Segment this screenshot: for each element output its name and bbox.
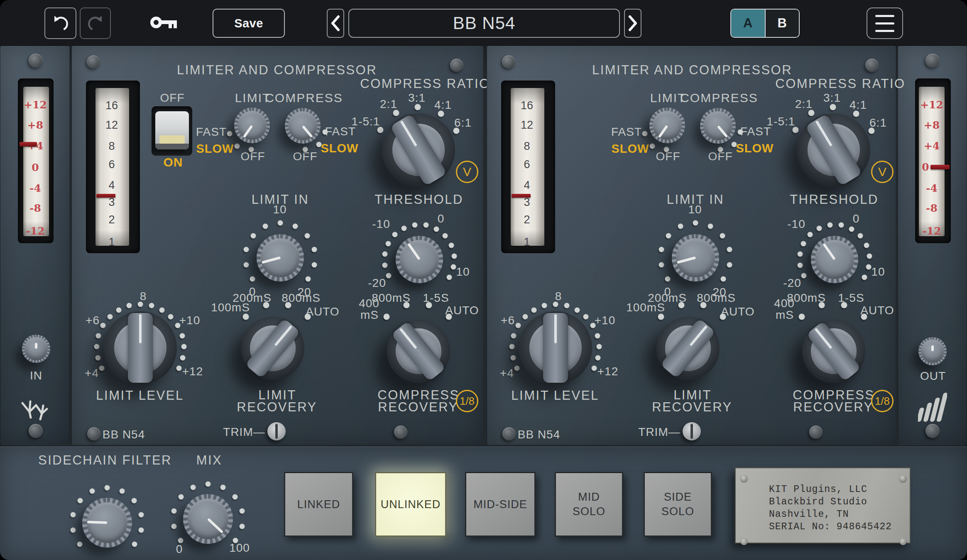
undo-icon xyxy=(51,14,70,32)
hamburger-icon xyxy=(875,15,894,32)
scale-dot xyxy=(316,142,322,147)
scale-dot xyxy=(827,222,832,227)
limit-level-knob[interactable] xyxy=(104,311,177,384)
preset-next-button[interactable] xyxy=(624,9,641,38)
preset-selector[interactable]: BB N54 xyxy=(348,9,620,38)
mid-solo-button-label-1: MID xyxy=(578,491,600,504)
threshold-knob-face xyxy=(400,240,439,279)
scale-dot xyxy=(596,344,602,350)
limit-mode-knob[interactable] xyxy=(649,108,685,143)
license-key-button[interactable] xyxy=(149,12,179,32)
limit-fast-label: FAST xyxy=(611,125,642,139)
limit-level-p6-label: +6 xyxy=(86,314,100,327)
compress-recovery-knob[interactable] xyxy=(387,320,450,383)
panel-screw xyxy=(29,424,43,438)
input-gain-knob[interactable] xyxy=(22,335,50,363)
scale-dot xyxy=(285,302,291,308)
chevron-right-icon xyxy=(627,15,638,32)
v-badge[interactable]: V xyxy=(871,161,894,183)
compress-mode-knob[interactable] xyxy=(700,108,736,144)
limit-mode-knob[interactable] xyxy=(234,108,270,143)
output-gain-knob[interactable] xyxy=(918,337,947,365)
right-io-strip: +12 +8 +4 0 -4 -8 -12 OUT xyxy=(898,46,967,445)
limit-level-knob-handle xyxy=(519,311,592,384)
plate-screw xyxy=(741,475,748,482)
scale-dot xyxy=(700,302,707,308)
vu-scale-m8: -8 xyxy=(926,202,938,214)
limit-recovery-knob-handle xyxy=(228,304,317,393)
threshold-knob[interactable] xyxy=(396,236,443,283)
power-switch-edge xyxy=(155,144,189,149)
gr-scale-2: 2 xyxy=(524,213,530,226)
limit-level-p10-label: +10 xyxy=(595,314,616,327)
scale-dot xyxy=(721,276,726,281)
vu-scale-p12: +12 xyxy=(24,99,47,111)
vu-scale-m8: -8 xyxy=(29,202,41,214)
scale-dot xyxy=(404,302,410,308)
limit-fast-label: FAST xyxy=(196,125,227,139)
side-solo-button[interactable]: SIDE SOLO xyxy=(644,472,712,537)
power-switch[interactable] xyxy=(155,111,189,149)
limit-level-p12-label: +12 xyxy=(597,365,619,378)
compress-mode-knob[interactable] xyxy=(285,108,321,144)
trim-screw[interactable] xyxy=(267,422,286,440)
panel-screw xyxy=(925,54,940,68)
undo-button[interactable] xyxy=(44,7,76,39)
kit-plugins-logo xyxy=(918,392,947,422)
threshold-0-label: 0 xyxy=(853,212,860,225)
trim-label: TRIM— xyxy=(638,426,680,439)
threshold-m20-label: -20 xyxy=(368,276,386,290)
limit-in-knob[interactable] xyxy=(672,234,719,281)
scale-dot xyxy=(801,241,806,246)
key-icon xyxy=(149,12,179,32)
limit-recovery-title-2: RECOVERY xyxy=(652,400,732,415)
save-button[interactable]: Save xyxy=(213,9,285,38)
scale-dot xyxy=(678,224,683,229)
linked-button[interactable]: LINKED xyxy=(284,472,353,537)
panel-screw xyxy=(925,424,940,438)
scale-dot xyxy=(220,485,226,490)
plate-line-1: KIT Plugins, LLC xyxy=(769,484,867,495)
scale-dot xyxy=(70,528,76,533)
mid-solo-button[interactable]: MID SOLO xyxy=(555,472,623,537)
scale-dot xyxy=(666,233,671,238)
vu-scale-p8: +8 xyxy=(27,119,43,131)
ab-toggle-a[interactable]: A xyxy=(731,10,765,37)
trim-screw[interactable] xyxy=(683,422,701,440)
scale-dot xyxy=(105,485,110,491)
mid-solo-button-label-2: SOLO xyxy=(573,505,605,518)
plate-screw xyxy=(741,538,748,545)
input-label: IN xyxy=(30,369,42,382)
sidechain-filter-knob[interactable] xyxy=(82,498,132,548)
threshold-m10-label: -10 xyxy=(372,218,390,231)
unlinked-button[interactable]: UNLINKED xyxy=(375,472,446,537)
limit-level-8-label: 8 xyxy=(140,290,147,303)
scale-dot xyxy=(595,333,600,338)
limit-recovery-knob[interactable] xyxy=(656,317,720,380)
lr-auto-label: AUTO xyxy=(306,305,339,318)
ab-toggle-b[interactable]: B xyxy=(765,10,799,37)
compress-ratio-knob[interactable] xyxy=(797,113,870,186)
mid-side-button-label: MID-SIDE xyxy=(473,498,527,511)
input-gain-knob-pointer xyxy=(35,343,37,349)
redo-button[interactable] xyxy=(80,7,111,39)
scale-dot xyxy=(426,302,432,308)
one-eighth-badge[interactable]: 1/8 xyxy=(456,390,478,412)
mix-knob[interactable] xyxy=(183,494,233,544)
limit-recovery-knob[interactable] xyxy=(241,317,304,380)
compress-ratio-knob[interactable] xyxy=(382,113,455,186)
limit-in-knob[interactable] xyxy=(257,234,304,281)
power-switch-band xyxy=(159,135,185,144)
preset-prev-button[interactable] xyxy=(327,9,344,38)
one-eighth-badge[interactable]: 1/8 xyxy=(871,390,894,412)
v-badge[interactable]: V xyxy=(456,161,478,183)
menu-button[interactable] xyxy=(867,7,903,39)
save-button-label: Save xyxy=(234,17,263,30)
threshold-knob[interactable] xyxy=(811,236,858,283)
limit-level-knob[interactable] xyxy=(519,311,592,384)
compress-recovery-knob[interactable] xyxy=(802,320,865,383)
plate-line-4: SERIAL No: 948645422 xyxy=(769,521,892,532)
scale-dot xyxy=(139,528,144,533)
mid-side-button[interactable]: MID-SIDE xyxy=(465,472,536,537)
scale-dot xyxy=(171,508,177,514)
